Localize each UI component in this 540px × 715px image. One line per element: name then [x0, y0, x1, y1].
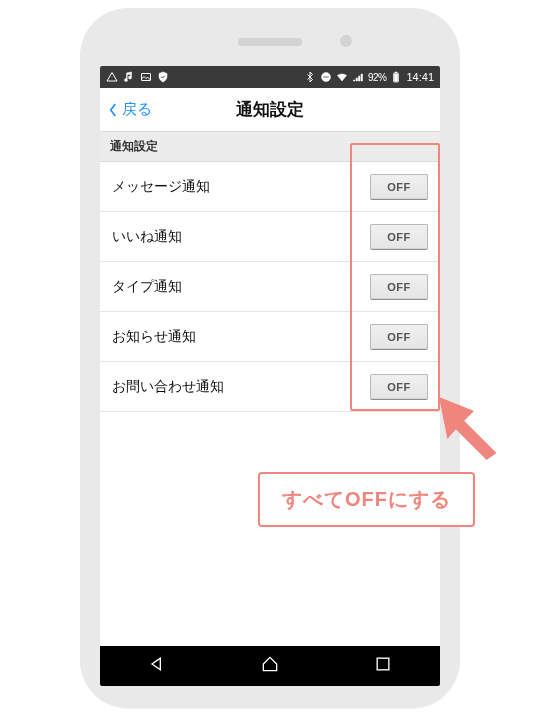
android-nav-bar [100, 646, 440, 686]
square-icon [373, 654, 393, 674]
front-camera [340, 35, 352, 47]
toggle-message-notification[interactable]: OFF [370, 174, 428, 200]
battery-icon [390, 71, 402, 83]
speaker-slot [238, 38, 302, 46]
toggle-inquiry-notification[interactable]: OFF [370, 374, 428, 400]
annotation-arrow [432, 390, 502, 460]
bluetooth-icon [304, 71, 316, 83]
callout-text: すべてOFFにする [282, 488, 451, 510]
wifi-icon [336, 71, 348, 83]
row-type-notification: タイプ通知 OFF [100, 262, 440, 312]
app-header: 戻る 通知設定 [100, 88, 440, 132]
phone-frame: 92% 14:41 戻る 通知設定 通知設定 [80, 8, 460, 708]
row-like-notification: いいね通知 OFF [100, 212, 440, 262]
row-label: お知らせ通知 [112, 328, 196, 346]
row-message-notification: メッセージ通知 OFF [100, 162, 440, 212]
row-label: いいね通知 [112, 228, 182, 246]
row-label: メッセージ通知 [112, 178, 210, 196]
settings-list: メッセージ通知 OFF いいね通知 OFF タイプ通知 OFF お知らせ通知 O… [100, 162, 440, 412]
svg-rect-2 [323, 76, 329, 78]
svg-marker-7 [439, 397, 496, 460]
do-not-disturb-icon [320, 71, 332, 83]
nav-home-button[interactable] [260, 654, 280, 678]
annotation-callout: すべてOFFにする [258, 472, 475, 527]
status-left [106, 71, 169, 83]
svg-rect-4 [395, 72, 397, 73]
chevron-left-icon [106, 101, 120, 119]
toggle-type-notification[interactable]: OFF [370, 274, 428, 300]
signal-icon [352, 71, 364, 83]
status-right: 92% 14:41 [304, 71, 434, 83]
music-note-icon [123, 71, 135, 83]
row-label: タイプ通知 [112, 278, 182, 296]
triangle-back-icon [147, 654, 167, 674]
image-icon [140, 71, 152, 83]
status-bar: 92% 14:41 [100, 66, 440, 88]
toggle-like-notification[interactable]: OFF [370, 224, 428, 250]
clock-time: 14:41 [406, 71, 434, 83]
row-news-notification: お知らせ通知 OFF [100, 312, 440, 362]
back-label: 戻る [122, 100, 152, 119]
nav-recent-button[interactable] [373, 654, 393, 678]
section-header: 通知設定 [100, 132, 440, 162]
triangle-warning-icon [106, 71, 118, 83]
page-title: 通知設定 [236, 98, 304, 121]
svg-rect-6 [377, 658, 389, 670]
shield-check-icon [157, 71, 169, 83]
home-outline-icon [260, 654, 280, 674]
back-button[interactable]: 戻る [106, 88, 152, 131]
battery-percent: 92% [368, 72, 387, 83]
svg-rect-5 [395, 74, 399, 81]
content-fill [100, 412, 440, 646]
row-label: お問い合わせ通知 [112, 378, 224, 396]
toggle-news-notification[interactable]: OFF [370, 324, 428, 350]
row-inquiry-notification: お問い合わせ通知 OFF [100, 362, 440, 412]
screen: 92% 14:41 戻る 通知設定 通知設定 [100, 66, 440, 686]
nav-back-button[interactable] [147, 654, 167, 678]
